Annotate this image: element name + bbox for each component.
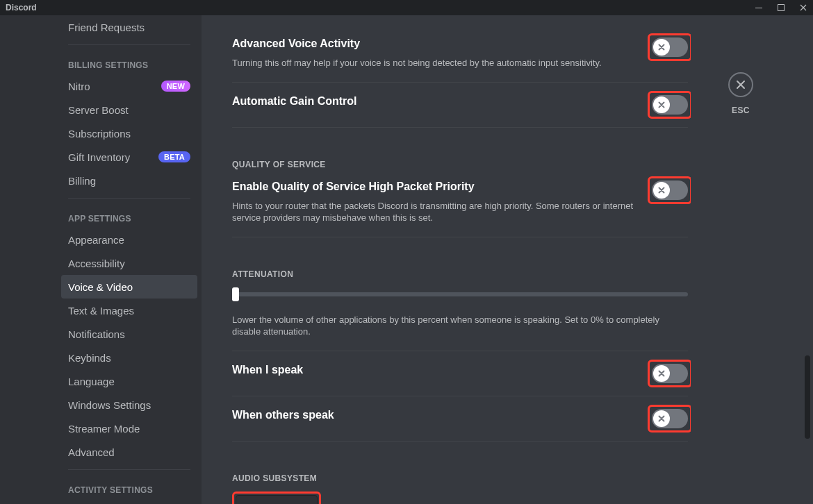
section-heading-audio-subsystem: AUDIO SUBSYSTEM <box>232 473 688 483</box>
sidebar-item-streamer-mode[interactable]: Streamer Mode <box>61 417 197 440</box>
close-settings-button[interactable] <box>728 72 753 97</box>
sidebar-item-label: Nitro <box>68 81 90 92</box>
option-desc-advanced-voice: Turning this off may help if your voice … <box>232 57 638 69</box>
sidebar-item-language[interactable]: Language <box>61 369 197 393</box>
sidebar-item-advanced[interactable]: Advanced <box>61 440 197 464</box>
sidebar-item-label: Subscriptions <box>68 128 131 140</box>
divider <box>232 82 688 83</box>
option-title-when-others-speak: When others speak <box>232 409 334 421</box>
option-desc-qos: Hints to your router that the packets Di… <box>232 200 638 224</box>
minimize-button[interactable] <box>755 3 763 12</box>
sidebar-item-label: Friend Requests <box>68 22 145 33</box>
divider <box>232 127 688 128</box>
toggle-agc[interactable] <box>652 95 688 115</box>
scrollbar-thumb[interactable] <box>805 355 810 439</box>
sidebar-item-accessibility[interactable]: Accessibility <box>61 251 197 275</box>
close-icon <box>735 79 746 90</box>
sidebar-item-label: Voice & Video <box>68 281 133 293</box>
sidebar-item-notifications[interactable]: Notifications <box>61 322 197 346</box>
sidebar-divider <box>68 44 190 45</box>
sidebar-divider <box>68 198 190 199</box>
sidebar-item-label: Appearance <box>68 234 124 246</box>
option-title-advanced-voice: Advanced Voice Activity <box>232 37 638 50</box>
option-desc-attenuation: Lower the volume of other applications b… <box>232 314 688 338</box>
highlight-box: Standard <box>232 492 321 504</box>
app-body: Friend Requests BILLING SETTINGS Nitro N… <box>0 15 813 504</box>
settings-sidebar: Friend Requests BILLING SETTINGS Nitro N… <box>0 15 202 504</box>
option-title-when-i-speak: When I speak <box>232 364 303 376</box>
sidebar-item-label: Billing <box>68 175 96 187</box>
x-icon <box>657 185 666 195</box>
maximize-button[interactable] <box>777 3 785 12</box>
x-icon <box>657 369 666 378</box>
sidebar-item-label: Server Boost <box>68 104 129 116</box>
sidebar-item-activity-privacy[interactable]: Activity Privacy <box>61 499 197 504</box>
titlebar: Discord <box>0 0 813 15</box>
sidebar-item-label: Text & Images <box>68 305 134 317</box>
svg-rect-0 <box>755 8 762 8</box>
window-controls <box>755 3 807 12</box>
option-title-qos: Enable Quality of Service High Packet Pr… <box>232 180 638 193</box>
sidebar-item-nitro[interactable]: Nitro NEW <box>61 74 197 98</box>
badge-new: NEW <box>161 81 190 92</box>
sidebar-item-label: Language <box>68 376 115 387</box>
attenuation-slider[interactable] <box>232 287 688 301</box>
toggle-knob <box>653 365 670 382</box>
sidebar-item-gift-inventory[interactable]: Gift Inventory BETA <box>61 145 197 169</box>
sidebar-divider <box>68 469 190 470</box>
sidebar-item-server-boost[interactable]: Server Boost <box>61 98 197 121</box>
section-heading-qos: QUALITY OF SERVICE <box>232 160 688 169</box>
toggle-qos[interactable] <box>652 180 688 200</box>
titlebar-title: Discord <box>6 3 37 12</box>
toggle-knob <box>653 410 670 427</box>
badge-beta: BETA <box>158 151 190 162</box>
toggle-when-i-speak[interactable] <box>652 364 688 383</box>
x-icon <box>657 414 666 423</box>
sidebar-item-subscriptions[interactable]: Subscriptions <box>61 121 197 145</box>
sidebar-item-windows-settings[interactable]: Windows Settings <box>61 393 197 417</box>
sidebar-item-friend-requests[interactable]: Friend Requests <box>61 15 197 39</box>
sidebar-item-voice-video[interactable]: Voice & Video <box>61 275 197 299</box>
sidebar-item-label: Advanced <box>68 446 115 458</box>
slider-thumb[interactable] <box>232 287 239 301</box>
x-icon <box>657 42 666 52</box>
divider <box>232 351 688 351</box>
settings-main: ESC Advanced Voice Activity Turning this… <box>202 15 813 504</box>
sidebar-heading-billing: BILLING SETTINGS <box>61 60 197 70</box>
sidebar-item-label: Streamer Mode <box>68 423 140 435</box>
audio-subsystem-select-visible[interactable]: Standard <box>236 495 318 504</box>
option-title-agc: Automatic Gain Control <box>232 95 357 108</box>
x-icon <box>657 100 666 110</box>
toggle-knob <box>653 96 670 113</box>
sidebar-item-appearance[interactable]: Appearance <box>61 228 197 251</box>
chevron-down-icon <box>665 501 678 504</box>
sidebar-item-keybinds[interactable]: Keybinds <box>61 346 197 369</box>
sidebar-heading-app: APP SETTINGS <box>61 214 197 224</box>
divider <box>232 237 688 237</box>
sidebar-item-billing[interactable]: Billing <box>61 169 197 192</box>
esc-button-wrap: ESC <box>728 72 753 115</box>
section-heading-attenuation: ATTENUATION <box>232 269 688 279</box>
divider <box>232 441 688 442</box>
sidebar-heading-activity: ACTIVITY SETTINGS <box>61 485 197 495</box>
toggle-advanced-voice[interactable] <box>652 37 688 57</box>
toggle-when-others-speak[interactable] <box>652 409 688 428</box>
sidebar-item-label: Gift Inventory <box>68 151 130 163</box>
slider-track <box>232 292 688 296</box>
settings-content: Advanced Voice Activity Turning this off… <box>232 15 691 504</box>
toggle-knob <box>653 39 670 56</box>
close-button[interactable] <box>799 3 807 12</box>
svg-rect-1 <box>778 5 785 11</box>
sidebar-item-text-images[interactable]: Text & Images <box>61 299 197 322</box>
sidebar-item-label: Keybinds <box>68 352 111 364</box>
sidebar-item-label: Accessibility <box>68 258 125 269</box>
esc-label: ESC <box>732 106 750 115</box>
divider <box>232 396 688 396</box>
toggle-knob <box>653 182 670 199</box>
sidebar-item-label: Notifications <box>68 328 125 340</box>
sidebar-item-label: Windows Settings <box>68 399 151 411</box>
